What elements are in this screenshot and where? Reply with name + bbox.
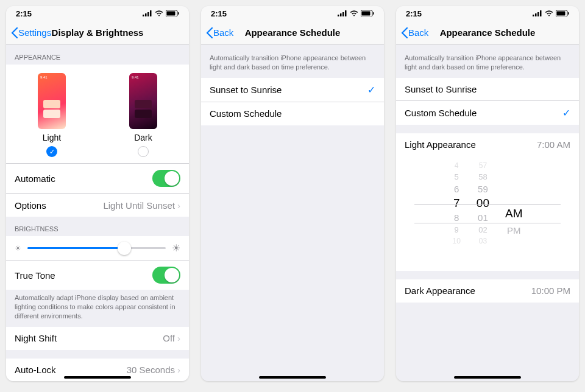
appearance-choice-light[interactable]: 9:41 Light	[38, 73, 66, 157]
sun-large-icon: ☀	[172, 242, 180, 254]
sunset-label: Sunset to Sunrise	[405, 84, 477, 94]
svg-rect-7	[338, 15, 339, 16]
light-appearance-row[interactable]: Light Appearance 7:00 AM	[396, 133, 579, 156]
svg-rect-12	[362, 12, 370, 16]
svg-rect-1	[145, 13, 147, 16]
back-label: Back	[408, 27, 428, 38]
custom-schedule-row[interactable]: Custom Schedule	[201, 102, 384, 125]
brightness-header: BRIGHTNESS	[6, 217, 189, 236]
night-shift-value: Off	[163, 333, 175, 343]
picker-ampm-column[interactable]: . . . AM PM . .	[505, 161, 523, 266]
status-icons	[143, 10, 179, 16]
home-indicator[interactable]	[64, 376, 131, 379]
dark-label: Dark	[134, 133, 152, 142]
home-indicator[interactable]	[454, 376, 521, 379]
content: Automatically transition iPhone appearan…	[201, 45, 384, 381]
svg-rect-9	[342, 12, 344, 16]
check-icon: ✓	[562, 107, 570, 119]
true-tone-toggle[interactable]	[152, 267, 180, 284]
appearance-choice-dark[interactable]: 9:41 Dark	[129, 73, 157, 157]
nav-bar: Back Appearance Schedule	[201, 21, 384, 45]
nav-bar: Settings Display & Brightness	[6, 21, 189, 45]
radio-unselected-icon	[138, 146, 149, 157]
brightness-slider[interactable]	[27, 247, 166, 249]
svg-rect-17	[540, 10, 542, 16]
chevron-right-icon: ›	[177, 333, 180, 343]
custom-schedule-row[interactable]: Custom Schedule ✓	[396, 101, 579, 125]
svg-rect-8	[340, 13, 342, 16]
svg-rect-20	[568, 12, 569, 15]
back-label: Settings	[18, 27, 51, 38]
dark-appearance-row[interactable]: Dark Appearance 10:00 PM	[396, 279, 579, 303]
home-indicator[interactable]	[259, 376, 326, 379]
back-button[interactable]: Back	[206, 27, 233, 38]
svg-rect-16	[537, 12, 539, 16]
svg-rect-5	[167, 12, 176, 16]
options-label: Options	[15, 200, 46, 211]
appearance-picker: 9:41 Light 9:41 Dark	[6, 65, 189, 164]
svg-rect-14	[533, 15, 534, 16]
dark-appearance-label: Dark Appearance	[405, 285, 475, 296]
appearance-header: APPEARANCE	[6, 45, 189, 65]
sunset-to-sunrise-row[interactable]: Sunset to Sunrise	[396, 78, 579, 101]
back-label: Back	[213, 27, 233, 38]
night-shift-row[interactable]: Night Shift Off ›	[6, 327, 189, 350]
light-preview-icon: 9:41	[38, 73, 66, 129]
dark-preview-icon: 9:41	[129, 73, 157, 129]
svg-rect-3	[150, 10, 152, 16]
status-time: 2:15	[16, 9, 32, 18]
battery-icon	[556, 10, 569, 16]
status-bar: 2:15	[201, 6, 384, 21]
battery-icon	[361, 10, 374, 16]
picker-hour-column[interactable]: 4 5 6 7 8 9 10	[453, 161, 461, 266]
status-time: 2:15	[406, 9, 422, 18]
chevron-left-icon	[206, 27, 213, 38]
options-row[interactable]: Options Light Until Sunset ›	[6, 194, 189, 217]
chevron-left-icon	[11, 27, 18, 38]
content: APPEARANCE 9:41 Light 9:41 Dark	[6, 45, 189, 381]
check-icon: ✓	[367, 84, 375, 96]
status-bar: 2:15	[396, 6, 579, 21]
automatic-row: Automatic	[6, 164, 189, 194]
svg-rect-0	[143, 15, 144, 16]
signal-icon	[533, 10, 542, 16]
custom-label: Custom Schedule	[210, 108, 282, 119]
options-value: Light Until Sunset	[103, 200, 175, 211]
phone-schedule-sunset: 2:15 Back Appearance Schedule Automatica…	[201, 6, 384, 381]
radio-selected-icon	[46, 146, 57, 157]
chevron-left-icon	[401, 27, 408, 38]
time-picker[interactable]: 4 5 6 7 8 9 10 57 58 59 00 01 02 03 . . …	[396, 156, 579, 271]
svg-rect-15	[535, 13, 537, 16]
true-tone-label: True Tone	[15, 270, 55, 281]
light-appearance-time: 7:00 AM	[537, 139, 570, 150]
svg-rect-10	[345, 10, 347, 16]
sunset-label: Sunset to Sunrise	[210, 85, 282, 95]
wifi-icon	[350, 10, 358, 16]
schedule-description: Automatically transition iPhone appearan…	[396, 45, 579, 78]
status-time: 2:15	[211, 9, 227, 18]
auto-lock-value: 30 Seconds	[127, 365, 175, 375]
sunset-to-sunrise-row[interactable]: Sunset to Sunrise ✓	[201, 78, 384, 102]
picker-minute-column[interactable]: 57 58 59 00 01 02 03	[477, 161, 489, 266]
phone-schedule-custom: 2:15 Back Appearance Schedule Automatica…	[396, 6, 579, 381]
svg-rect-6	[178, 12, 179, 15]
light-appearance-label: Light Appearance	[405, 139, 476, 150]
status-bar: 2:15	[6, 6, 189, 21]
automatic-toggle[interactable]	[152, 170, 180, 187]
brightness-slider-row: ☀ ☀	[6, 236, 189, 261]
true-tone-footer: Automatically adapt iPhone display based…	[6, 290, 189, 327]
wifi-icon	[545, 10, 553, 16]
battery-icon	[166, 10, 179, 16]
true-tone-row: True Tone	[6, 261, 189, 290]
back-button[interactable]: Settings	[11, 27, 51, 38]
content: Automatically transition iPhone appearan…	[396, 45, 579, 381]
svg-rect-13	[373, 12, 374, 15]
back-button[interactable]: Back	[401, 27, 428, 38]
auto-lock-label: Auto-Lock	[15, 365, 56, 375]
custom-label: Custom Schedule	[405, 108, 477, 118]
dark-appearance-time: 10:00 PM	[531, 285, 570, 296]
status-icons	[338, 10, 374, 16]
chevron-right-icon: ›	[177, 200, 180, 211]
svg-rect-19	[557, 12, 566, 16]
light-label: Light	[43, 133, 61, 142]
